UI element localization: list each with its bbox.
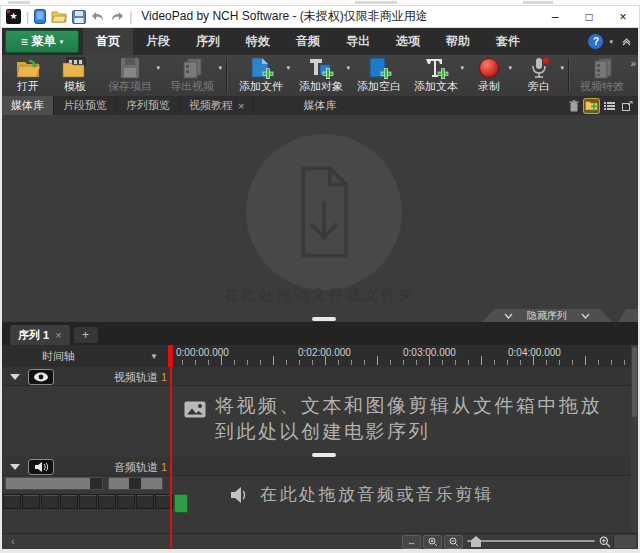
new-project-icon[interactable] [34, 9, 46, 24]
slider-thumb[interactable] [471, 536, 481, 547]
narrate-button[interactable]: ▾ 旁白 [513, 55, 565, 96]
slider-handle[interactable] [90, 478, 102, 489]
list-view-icon [604, 101, 615, 111]
scroll-left-icon[interactable]: ‹ [11, 534, 15, 548]
minimize-button[interactable]: – [538, 5, 572, 28]
detach-panel-button[interactable] [620, 99, 635, 113]
tab-media-library[interactable]: 媒体库 [2, 96, 54, 115]
button-label: 添加对象 [299, 79, 343, 94]
add-blank-button[interactable]: 添加空白 [351, 55, 407, 96]
template-button[interactable]: 模板 [51, 55, 99, 96]
dropdown-caret-icon[interactable]: ▾ [508, 64, 512, 72]
hide-sequences-label: 隐藏序列 [527, 309, 567, 323]
open-project-icon[interactable] [51, 10, 67, 23]
zoom-out-button[interactable] [444, 535, 463, 549]
video-track-lane[interactable]: 将视频、文本和图像剪辑从文件箱中拖放 到此处以创建电影序列 [2, 385, 631, 457]
video-track-hint: 将视频、文本和图像剪辑从文件箱中拖放 到此处以创建电影序列 [215, 393, 602, 445]
audio-clip-block[interactable] [174, 494, 188, 513]
add-object-button[interactable]: ▾ 添加对象 [291, 55, 351, 96]
ruler-timestamp: 0:04:00.000 [508, 347, 561, 358]
speaker-icon [34, 462, 48, 472]
undo-icon[interactable] [91, 11, 105, 23]
zoom-fit-button[interactable]: ↔ [402, 535, 421, 549]
delete-media-button[interactable] [566, 99, 581, 113]
tab-export[interactable]: 导出 [333, 28, 383, 55]
button-label: 添加文本 [414, 79, 458, 94]
export-video-button[interactable]: ▾ 导出视频 [161, 55, 223, 96]
splitter-handle[interactable] [312, 317, 336, 321]
dropdown-caret-icon[interactable]: ▾ [346, 64, 350, 72]
volume-slider[interactable] [5, 477, 103, 490]
collapse-track-icon[interactable] [10, 374, 20, 380]
ribbon-tab-bar: ≡ 菜单 ▾ 首页 片段 序列 特效 音频 导出 选项 帮助 套件 ? ▾ [2, 28, 638, 55]
tab-suite[interactable]: 套件 [483, 28, 533, 55]
tab-video-tutorial[interactable]: 视频教程 × [180, 96, 254, 115]
toolbar-separator [226, 58, 228, 93]
tab-sequence[interactable]: 序列 [183, 28, 233, 55]
ghost-text [8, 1, 30, 4]
track-mute-toggle[interactable] [28, 459, 54, 475]
sequence-tab-bar: 序列 1 × + [2, 322, 638, 345]
maximize-button[interactable]: □ [572, 5, 606, 28]
tab-label: 视频教程 [189, 98, 233, 113]
tab-help[interactable]: 帮助 [433, 28, 483, 55]
timeline-zoom-slider[interactable] [467, 535, 595, 548]
waveform-block [136, 494, 154, 509]
open-button[interactable]: 打开 [5, 55, 51, 96]
dropdown-caret-icon[interactable]: ▾ [218, 64, 222, 72]
dropdown-caret-icon[interactable]: ▾ [156, 64, 160, 72]
dropdown-caret-icon[interactable]: ▾ [460, 64, 464, 72]
add-folder-button[interactable] [584, 99, 599, 113]
tab-sequence-preview[interactable]: 序列预览 [117, 96, 180, 115]
tab-options[interactable]: 选项 [383, 28, 433, 55]
zoom-in-button[interactable] [423, 535, 442, 549]
timeline-ruler[interactable]: 时间轴 ▼ 0:00:00.000 0:02:00.000 0:03:00.00… [2, 345, 638, 368]
timeline-scale-selector[interactable]: 时间轴 ▼ [2, 345, 168, 367]
tab-sequence-1[interactable]: 序列 1 × [10, 325, 70, 345]
add-text-button[interactable]: ▾ 添加文本 [407, 55, 465, 96]
button-label: 保存项目 [108, 79, 152, 94]
collapse-track-icon[interactable] [10, 464, 20, 470]
track-visibility-toggle[interactable] [28, 369, 54, 385]
add-sequence-button[interactable]: + [74, 327, 98, 343]
vertical-scrollbar[interactable] [631, 345, 638, 548]
close-tab-icon[interactable]: × [238, 100, 244, 112]
tab-clip-preview[interactable]: 片段预览 [54, 96, 117, 115]
scrollbar-thumb[interactable] [632, 347, 637, 417]
audio-track[interactable]: 音频轨道1 在此处拖放音频或音乐剪辑 [2, 457, 638, 533]
close-button[interactable]: × [606, 5, 640, 28]
dropdown-caret-icon[interactable]: ▾ [286, 64, 290, 72]
record-icon [477, 57, 501, 79]
save-icon[interactable] [72, 10, 86, 24]
hide-sequences-tab[interactable]: 隐藏序列 [482, 309, 612, 322]
tab-audio[interactable]: 音频 [283, 28, 333, 55]
tab-clip[interactable]: 片段 [133, 28, 183, 55]
record-button[interactable]: ▾ 录制 [465, 55, 513, 96]
menu-button[interactable]: ≡ 菜单 ▾ [5, 30, 79, 53]
redo-icon[interactable] [110, 11, 124, 23]
slider-handle[interactable] [129, 478, 141, 489]
tab-effects[interactable]: 特效 [233, 28, 283, 55]
help-dropdown-icon[interactable]: ▾ [609, 38, 613, 46]
media-library-panel[interactable]: 在此处拖动文件或文件夹 隐藏序列 [2, 115, 638, 322]
chevron-down-icon: ▼ [150, 352, 158, 361]
pan-slider[interactable] [108, 477, 163, 490]
tab-home[interactable]: 首页 [83, 28, 133, 55]
add-file-button[interactable]: ▾ 添加文件 [231, 55, 291, 96]
list-view-button[interactable] [602, 99, 617, 113]
video-effects-button[interactable]: 视频特效 [573, 55, 631, 96]
save-project-button[interactable]: ▾ 保存项目 [99, 55, 161, 96]
help-icon[interactable]: ? [588, 34, 603, 49]
toolbar-overflow-icon[interactable]: » [630, 58, 635, 69]
window-title: VideoPad by NCH Software - (未授权)仅限非商业用途 [141, 8, 428, 25]
drop-zone-circle[interactable] [246, 134, 402, 290]
close-tab-icon[interactable]: × [55, 329, 61, 341]
magnifier-icon[interactable] [599, 536, 611, 548]
playhead-line[interactable] [170, 345, 172, 548]
track-number: 1 [161, 371, 167, 383]
playhead-marker[interactable] [168, 345, 173, 367]
collapse-ribbon-icon[interactable] [619, 35, 633, 49]
dropdown-caret-icon[interactable]: ▾ [560, 64, 564, 72]
video-track[interactable]: 视频轨道1 将视频、文本和图像剪辑从文件箱中拖放 到此处以创建电影序列 [2, 367, 638, 457]
video-effects-icon [590, 57, 614, 79]
